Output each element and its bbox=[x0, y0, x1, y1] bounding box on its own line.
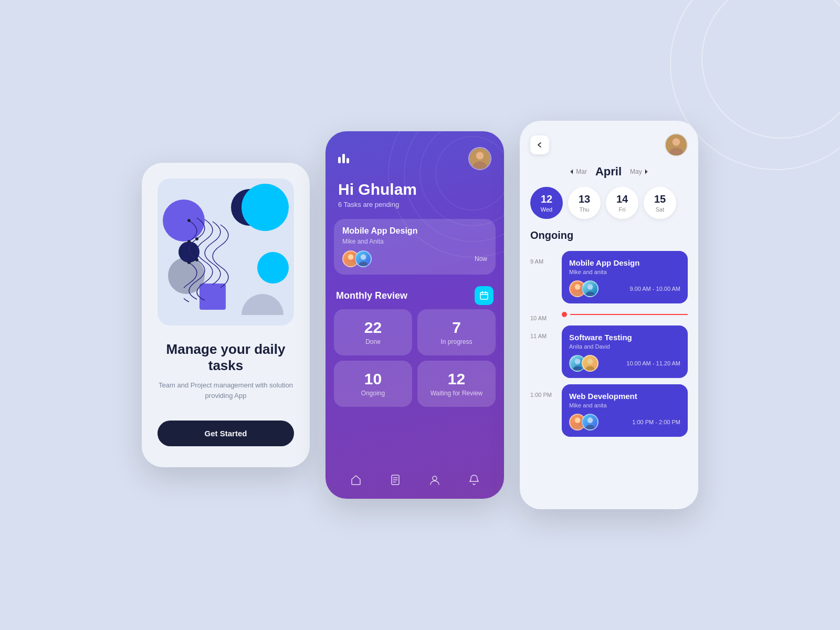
event-avatar-group-3 bbox=[569, 414, 594, 430]
date-12[interactable]: 12 Wed bbox=[530, 187, 563, 219]
time-1pm: 1:00 PM bbox=[530, 384, 558, 398]
shape-cyan-circle bbox=[242, 184, 289, 231]
svg-point-25 bbox=[585, 291, 595, 296]
schedule-row-1pm: 1:00 PM Web Development Mike and anita bbox=[520, 381, 698, 440]
event-testing-title: Software Testing bbox=[569, 333, 680, 342]
svg-point-14 bbox=[361, 254, 366, 260]
back-button[interactable] bbox=[530, 135, 549, 154]
event-mobile-app-title: Mobile App Design bbox=[569, 258, 680, 267]
current-time-line bbox=[570, 314, 688, 315]
stat-done: 22 Done bbox=[334, 309, 412, 355]
monthly-review-header: Monthly Review bbox=[326, 281, 504, 309]
current-time-dot bbox=[562, 312, 567, 317]
date-number-15: 15 bbox=[654, 193, 666, 205]
schedule-row-10am-marker: 10 AM bbox=[520, 307, 698, 322]
stat-inprogress-number: 7 bbox=[427, 319, 486, 337]
stat-inprogress-label: In progress bbox=[440, 338, 472, 345]
svg-point-26 bbox=[575, 359, 581, 364]
greeting-area: Hi Ghulam 6 Tasks are pending bbox=[326, 175, 504, 219]
phone-1-text-area: Manage your daily tasks Team and Project… bbox=[158, 341, 294, 446]
svg-point-10 bbox=[476, 152, 484, 160]
phone-onboarding: Manage your daily tasks Team and Project… bbox=[142, 163, 310, 467]
user-avatar[interactable] bbox=[468, 147, 491, 170]
get-started-button[interactable]: Get Started bbox=[158, 421, 294, 446]
date-13[interactable]: 13 Thu bbox=[568, 187, 601, 219]
prev-month-button[interactable]: Mar bbox=[570, 168, 587, 175]
date-14[interactable]: 14 Fri bbox=[606, 187, 638, 219]
event-mobile-app[interactable]: Mobile App Design Mike and anita 9.00 AM… bbox=[562, 251, 688, 303]
svg-point-20 bbox=[673, 138, 680, 146]
nav-documents[interactable] bbox=[389, 474, 402, 486]
event-mobile-app-time: 9.00 AM - 10.00 AM bbox=[629, 286, 680, 292]
event-webdev-title: Web Development bbox=[569, 392, 680, 401]
nav-profile[interactable] bbox=[428, 474, 441, 486]
svg-point-22 bbox=[575, 284, 581, 290]
event-avatar-6 bbox=[582, 414, 598, 430]
stats-grid: 22 Done 7 In progress 10 Ongoing 12 Wait… bbox=[334, 309, 496, 407]
calendar-button[interactable] bbox=[475, 286, 494, 305]
svg-point-28 bbox=[587, 359, 593, 364]
task-title: Mobile App Design bbox=[342, 226, 487, 236]
next-month-button[interactable]: May bbox=[630, 168, 648, 175]
svg-point-23 bbox=[573, 291, 582, 296]
nav-home[interactable] bbox=[350, 474, 362, 486]
svg-point-2 bbox=[187, 261, 191, 264]
nav-notifications[interactable] bbox=[468, 474, 480, 486]
svg-point-4 bbox=[195, 258, 198, 261]
greeting-subtitle: 6 Tasks are pending bbox=[338, 201, 491, 208]
stat-waiting-number: 12 bbox=[427, 370, 486, 388]
svg-point-29 bbox=[585, 366, 595, 371]
svg-point-31 bbox=[573, 425, 582, 429]
bottom-nav bbox=[326, 465, 504, 499]
onboarding-title: Manage your daily tasks bbox=[158, 341, 294, 374]
bar-3 bbox=[346, 158, 349, 163]
phones-container: Manage your daily tasks Team and Project… bbox=[142, 121, 698, 509]
event-mobile-app-participants: Mike and anita bbox=[569, 269, 680, 275]
ongoing-section-label: Ongoing bbox=[520, 229, 698, 248]
calendar-nav: Mar April May bbox=[520, 165, 698, 187]
svg-point-32 bbox=[587, 417, 593, 423]
stat-inprogress: 7 In progress bbox=[417, 309, 496, 355]
task-card[interactable]: Mobile App Design Mike and Anita Now bbox=[334, 219, 496, 275]
time-10am: 10 AM bbox=[530, 308, 558, 321]
svg-point-24 bbox=[587, 284, 593, 290]
stat-waiting-label: Waiting for Review bbox=[430, 390, 483, 397]
bar-chart-icon bbox=[338, 154, 349, 163]
illustration-area bbox=[158, 178, 294, 326]
schedule-row-9am: 9 AM Mobile App Design Mike and anita bbox=[520, 248, 698, 307]
event-testing-footer: 10.00 AM - 11.20 AM bbox=[569, 355, 680, 372]
participant-avatar-2 bbox=[355, 250, 372, 267]
phone-dashboard: Hi Ghulam 6 Tasks are pending Mobile App… bbox=[326, 131, 504, 499]
phone-calendar: Mar April May 12 Wed 13 Thu 14 Fri 15 bbox=[520, 121, 698, 509]
date-number-13: 13 bbox=[579, 193, 590, 205]
stat-done-number: 22 bbox=[343, 319, 403, 337]
event-testing-participants: Anita and David bbox=[569, 343, 680, 350]
current-month: April bbox=[595, 165, 622, 178]
event-mobile-app-footer: 9.00 AM - 10.00 AM bbox=[569, 280, 680, 297]
date-15[interactable]: 15 Sat bbox=[644, 187, 676, 219]
schedule-row-11am: 11 AM Software Testing Anita and David bbox=[520, 322, 698, 381]
event-web-dev[interactable]: Web Development Mike and anita 1:00 PM -… bbox=[562, 384, 688, 437]
date-day-14: Fri bbox=[619, 206, 626, 213]
bar-1 bbox=[338, 157, 341, 163]
svg-point-15 bbox=[359, 261, 368, 266]
calendar-user-avatar[interactable] bbox=[665, 133, 688, 156]
svg-point-13 bbox=[346, 261, 355, 266]
next-month-label: May bbox=[630, 168, 642, 175]
date-day-15: Sat bbox=[656, 206, 665, 213]
task-footer: Now bbox=[342, 250, 487, 267]
event-avatar-group-2 bbox=[569, 355, 594, 372]
time-11am: 11 AM bbox=[530, 326, 558, 339]
schedule-area: 9 AM Mobile App Design Mike and anita bbox=[520, 248, 698, 509]
date-row: 12 Wed 13 Thu 14 Fri 15 Sat bbox=[520, 187, 698, 229]
stat-ongoing-number: 10 bbox=[343, 370, 403, 388]
event-testing-time: 10.00 AM - 11.20 AM bbox=[626, 360, 680, 366]
onboarding-subtitle: Team and Project management with solutio… bbox=[158, 380, 294, 401]
time-9am: 9 AM bbox=[530, 251, 558, 265]
stat-ongoing-label: Ongoing bbox=[361, 390, 385, 397]
date-day-13: Thu bbox=[580, 206, 590, 213]
svg-point-3 bbox=[195, 237, 198, 240]
event-webdev-time: 1:00 PM - 2:00 PM bbox=[632, 419, 680, 425]
dashboard-header bbox=[326, 131, 504, 175]
event-software-testing[interactable]: Software Testing Anita and David 10.00 A… bbox=[562, 326, 688, 378]
